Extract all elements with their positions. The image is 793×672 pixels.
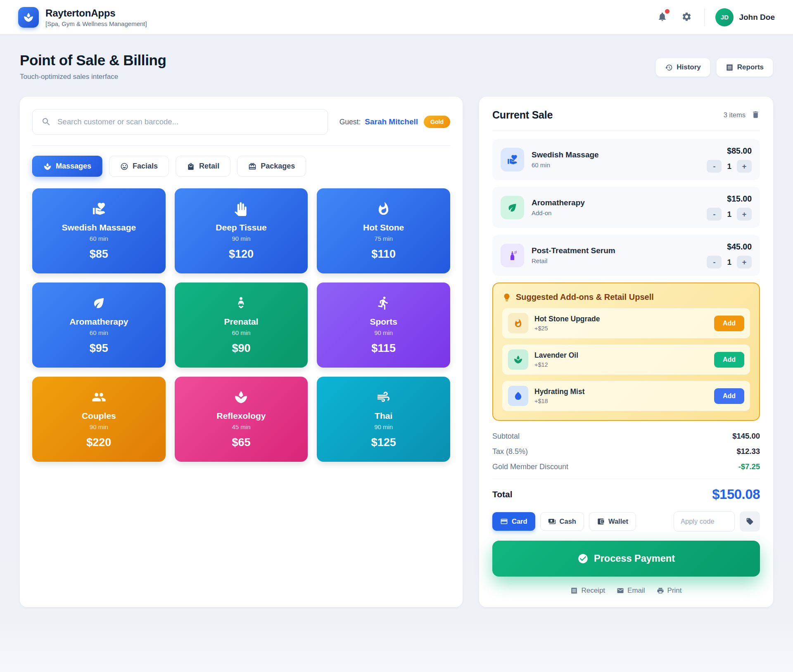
service-card-prenatal[interactable]: Prenatal 60 min $90 — [175, 283, 308, 368]
discount-label: Gold Member Discount — [492, 463, 568, 471]
search-icon — [41, 117, 51, 127]
user-menu[interactable]: JD John Doe — [715, 8, 775, 26]
service-card-deep-tissue[interactable]: Deep Tissue 90 min $120 — [175, 188, 308, 273]
tab-retail[interactable]: Retail — [176, 156, 230, 177]
item-detail: 60 min — [532, 161, 699, 169]
notifications-button[interactable] — [655, 10, 669, 25]
service-duration: 60 min — [90, 235, 108, 242]
item-icon-box — [501, 196, 524, 219]
flame-icon — [513, 318, 523, 328]
reports-icon — [726, 64, 734, 71]
receipt-icon — [570, 587, 578, 594]
print-icon — [657, 587, 664, 594]
upsell-item-lavender-oil: Lavender Oil +$12 Add — [502, 344, 750, 375]
lotus-icon — [23, 12, 34, 23]
apply-code-button[interactable] — [740, 511, 760, 532]
service-duration: 90 min — [374, 423, 393, 430]
qty-increase-button[interactable]: + — [737, 256, 752, 268]
page-head: Point of Sale & Billing Touch-optimized … — [20, 52, 773, 81]
email-link[interactable]: Email — [617, 587, 645, 595]
upsell-price: +$25 — [534, 325, 708, 332]
receipt-link[interactable]: Receipt — [570, 587, 605, 595]
upsell-price: +$18 — [534, 398, 708, 404]
service-card-swedish-massage[interactable]: Swedish Massage 60 min $85 — [32, 188, 166, 273]
add-upsell-button[interactable]: Add — [714, 388, 744, 404]
tab-label: Facials — [133, 162, 158, 171]
tab-massages[interactable]: Massages — [32, 156, 102, 177]
apply-code-input[interactable] — [674, 511, 735, 532]
subtotal-label: Subtotal — [492, 432, 520, 441]
guest-name-link[interactable]: Sarah Mitchell — [365, 117, 418, 126]
lotus-icon — [513, 355, 523, 364]
qty-decrease-button[interactable]: - — [707, 208, 722, 221]
upsell-name: Hydrating Mist — [534, 387, 708, 396]
app-root: RaytertonApps [Spa, Gym & Wellness Manag… — [0, 0, 793, 607]
service-card-couples[interactable]: Couples 90 min $220 — [32, 377, 166, 462]
pay-card-label: Card — [512, 518, 527, 525]
service-card-hot-stone[interactable]: Hot Stone 75 min $110 — [317, 188, 450, 273]
service-duration: 90 min — [374, 329, 393, 336]
service-card-reflexology[interactable]: Reflexology 45 min $65 — [175, 377, 308, 462]
qty-decrease-button[interactable]: - — [707, 160, 722, 173]
pay-wallet-button[interactable]: Wallet — [589, 512, 636, 531]
service-price: $110 — [371, 248, 396, 261]
tab-label: Retail — [199, 162, 219, 171]
search-divider — [32, 145, 450, 146]
settings-button[interactable] — [680, 10, 693, 25]
lotus-icon — [43, 162, 52, 171]
process-payment-button[interactable]: Process Payment — [492, 541, 760, 577]
service-price: $115 — [371, 342, 396, 355]
search-input[interactable] — [32, 109, 328, 135]
upsell-title: Suggested Add-ons & Retail Upsell — [516, 292, 654, 302]
gear-icon — [681, 12, 692, 22]
add-upsell-button[interactable]: Add — [714, 352, 744, 368]
service-duration: 75 min — [374, 235, 393, 242]
qty-increase-button[interactable]: + — [737, 208, 752, 221]
avatar: JD — [715, 8, 734, 26]
service-name: Couples — [82, 411, 116, 421]
item-icon-box — [501, 148, 524, 171]
app-logo — [18, 7, 39, 28]
pay-cash-button[interactable]: Cash — [540, 512, 584, 531]
history-button[interactable]: History — [655, 58, 710, 77]
wallet-icon — [597, 518, 605, 525]
qty-value: 1 — [727, 162, 731, 171]
add-upsell-button[interactable]: Add — [714, 316, 744, 331]
service-card-sports[interactable]: Sports 90 min $115 — [317, 283, 450, 368]
service-card-aromatherapy[interactable]: Aromatherapy 60 min $95 — [32, 283, 166, 368]
subtotal-value: $145.00 — [732, 432, 760, 441]
page-subtitle: Touch-optimized sales interface — [20, 73, 166, 81]
service-duration: 45 min — [232, 423, 250, 430]
hand-heart-icon — [92, 202, 106, 216]
people-icon — [92, 390, 106, 404]
tab-packages[interactable]: Packages — [237, 156, 306, 177]
total-value: $150.08 — [712, 487, 760, 502]
print-label: Print — [667, 587, 682, 595]
cash-icon — [548, 518, 556, 525]
app-name: RaytertonApps — [45, 7, 147, 19]
service-name: Sports — [370, 317, 397, 327]
hand-heart-icon — [507, 154, 518, 165]
leaf-icon — [507, 202, 518, 213]
qty-increase-button[interactable]: + — [737, 160, 752, 173]
service-price: $90 — [232, 342, 250, 355]
app-header: RaytertonApps [Spa, Gym & Wellness Manag… — [0, 0, 793, 35]
tab-facials[interactable]: Facials — [109, 156, 169, 177]
upsell-name: Lavender Oil — [534, 351, 708, 360]
pay-card-button[interactable]: Card — [492, 512, 535, 531]
upsell-icon-box — [508, 349, 528, 370]
reports-button[interactable]: Reports — [716, 58, 773, 77]
search-box — [32, 109, 328, 135]
qty-decrease-button[interactable]: - — [707, 256, 722, 268]
lightbulb-icon — [502, 293, 511, 302]
receipt-label: Receipt — [581, 587, 605, 595]
history-icon — [665, 64, 673, 71]
print-link[interactable]: Print — [657, 587, 682, 595]
qty-value: 1 — [727, 210, 731, 219]
notification-dot — [665, 9, 670, 14]
service-card-thai[interactable]: Thai 90 min $125 — [317, 377, 450, 462]
clear-cart-button[interactable] — [751, 110, 760, 120]
service-price: $125 — [371, 436, 396, 449]
header-divider — [704, 9, 705, 26]
upsell-section: Suggested Add-ons & Retail Upsell Hot St… — [492, 283, 760, 421]
